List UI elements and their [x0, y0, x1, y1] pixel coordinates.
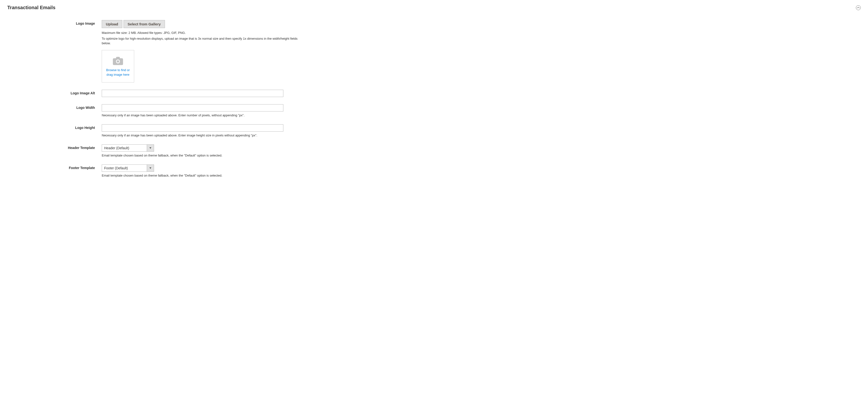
logo-width-note: Necessary only if an image has been uplo… — [102, 113, 300, 117]
logo-height-input[interactable] — [102, 124, 283, 132]
logo-height-label: Logo Height — [7, 124, 102, 130]
collapse-toggle-icon[interactable] — [856, 5, 861, 10]
upload-button[interactable]: Upload — [102, 20, 122, 28]
header-template-row: Header Template Header (Default) Email t… — [7, 144, 861, 157]
camera-icon — [112, 56, 124, 66]
header-template-note: Email template chosen based on theme fal… — [102, 153, 300, 157]
logo-width-label: Logo Width — [7, 104, 102, 110]
logo-width-field: Necessary only if an image has been uplo… — [102, 104, 300, 117]
logo-height-field: Necessary only if an image has been uplo… — [102, 124, 300, 137]
select-from-gallery-button[interactable]: Select from Gallery — [124, 20, 165, 28]
logo-image-buttons: Upload Select from Gallery — [102, 20, 300, 28]
logo-alt-field — [102, 90, 300, 97]
logo-image-field: Upload Select from Gallery Maximum file … — [102, 20, 300, 82]
logo-height-note: Necessary only if an image has been uplo… — [102, 134, 300, 137]
triangle-down-icon — [149, 147, 151, 149]
logo-width-input[interactable] — [102, 104, 283, 111]
section-header: Transactional Emails — [7, 5, 861, 10]
logo-height-row: Logo Height Necessary only if an image h… — [7, 124, 861, 137]
footer-template-label: Footer Template — [7, 165, 102, 170]
upload-dropzone[interactable]: Browse to find or drag image here — [102, 50, 134, 82]
header-template-arrow — [147, 144, 154, 152]
logo-alt-row: Logo Image Alt — [7, 90, 861, 97]
triangle-down-icon — [149, 167, 151, 169]
header-template-select[interactable]: Header (Default) — [102, 144, 154, 152]
section-title: Transactional Emails — [7, 5, 56, 10]
logo-alt-label: Logo Image Alt — [7, 90, 102, 95]
logo-image-label: Logo Image — [7, 20, 102, 25]
chevron-up-icon — [857, 7, 860, 8]
header-template-label: Header Template — [7, 144, 102, 150]
logo-alt-input[interactable] — [102, 90, 283, 97]
svg-point-1 — [117, 60, 119, 63]
footer-template-select[interactable]: Footer (Default) — [102, 165, 154, 172]
header-template-field: Header (Default) Email template chosen b… — [102, 144, 300, 157]
logo-image-help-1: Maximum file size: 2 MB. Allowed file ty… — [102, 31, 300, 35]
footer-template-row: Footer Template Footer (Default) Email t… — [7, 165, 861, 177]
logo-width-row: Logo Width Necessary only if an image ha… — [7, 104, 861, 117]
footer-template-note: Email template chosen based on theme fal… — [102, 174, 300, 177]
footer-template-value: Footer (Default) — [102, 165, 147, 172]
upload-dropzone-text: Browse to find or drag image here — [104, 68, 131, 77]
footer-template-field: Footer (Default) Email template chosen b… — [102, 165, 300, 177]
logo-image-help-2: To optimize logo for high-resolution dis… — [102, 36, 300, 46]
footer-template-arrow — [147, 165, 154, 172]
logo-image-row: Logo Image Upload Select from Gallery Ma… — [7, 20, 861, 82]
header-template-value: Header (Default) — [102, 144, 147, 152]
